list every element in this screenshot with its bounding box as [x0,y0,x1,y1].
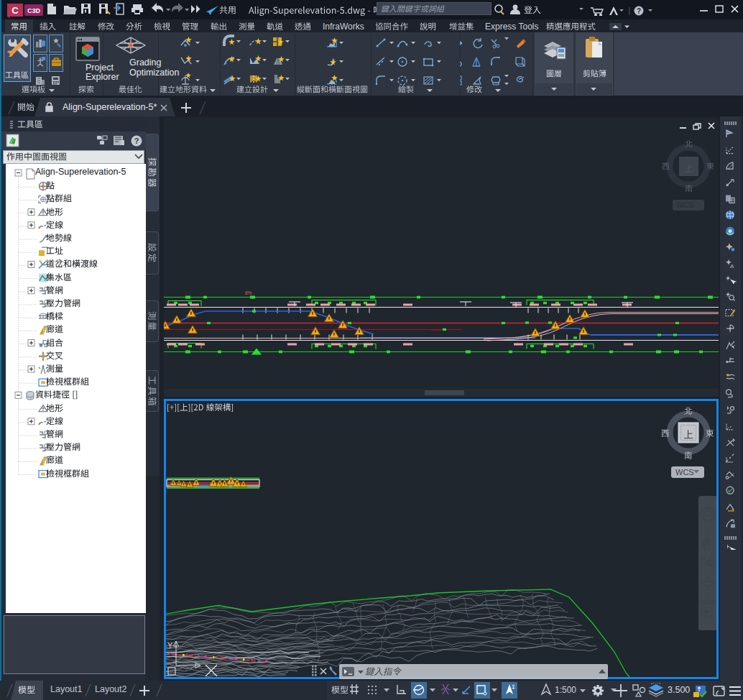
svg-text:A: A [730,263,734,270]
svg-text:?: ? [134,137,139,145]
svg-text:8%: 8% [245,290,252,295]
svg-text:Y: Y [167,641,173,650]
svg-text:?: ? [637,7,641,15]
